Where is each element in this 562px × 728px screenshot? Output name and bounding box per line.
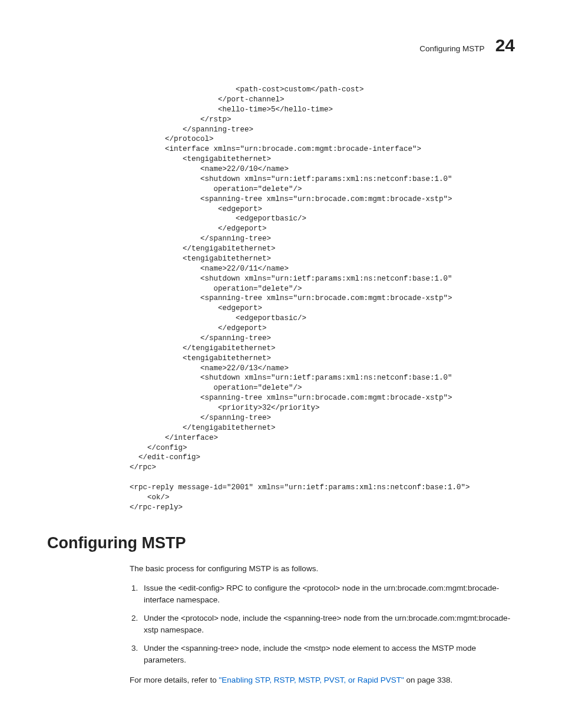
refer-prefix: For more details, refer to <box>130 676 219 684</box>
refer-suffix: on page 338. <box>404 676 453 684</box>
list-item: Under the <spanning-tree> node, include … <box>140 643 515 666</box>
section-heading: Configuring MSTP <box>47 534 515 552</box>
code-block: <path-cost>custom</path-cost> </port-cha… <box>130 85 515 513</box>
page: Configuring MSTP 24 <path-cost>custom</p… <box>0 0 562 721</box>
section-body: The basic process for configuring MSTP i… <box>130 563 515 686</box>
chapter-number: 24 <box>495 35 515 55</box>
refer-text: For more details, refer to "Enabling STP… <box>130 674 515 686</box>
cross-reference-link[interactable]: "Enabling STP, RSTP, MSTP, PVST, or Rapi… <box>219 676 404 684</box>
steps-list: Issue the <edit-config> RPC to configure… <box>130 582 515 666</box>
intro-text: The basic process for configuring MSTP i… <box>130 563 515 575</box>
page-header: Configuring MSTP 24 <box>47 35 515 55</box>
header-title: Configuring MSTP <box>419 44 484 53</box>
list-item: Issue the <edit-config> RPC to configure… <box>140 582 515 605</box>
list-item: Under the <protocol> node, include the <… <box>140 612 515 635</box>
